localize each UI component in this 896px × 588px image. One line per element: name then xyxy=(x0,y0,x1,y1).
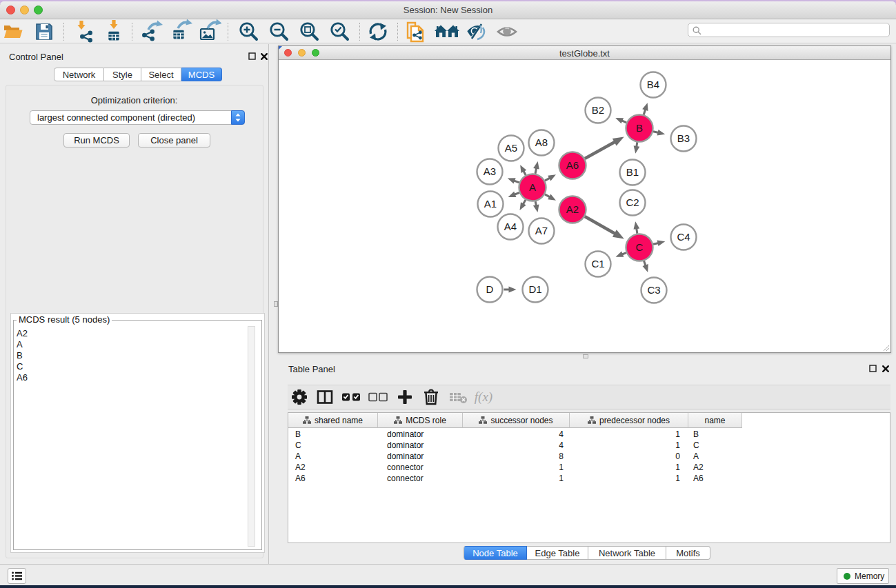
column-header-MCDS-role[interactable]: MCDS role xyxy=(378,413,463,428)
column-header-successor-nodes[interactable]: successor nodes xyxy=(463,413,570,428)
graph-node-B4[interactable]: B4 xyxy=(641,72,666,98)
table-row-A[interactable]: Adominator80A xyxy=(288,451,890,462)
graph-edge-arrow xyxy=(657,241,666,247)
table-toolbar: f(x) xyxy=(288,385,890,409)
graph-node-D[interactable]: D xyxy=(477,277,503,303)
mcds-result-list[interactable]: A2ABCA6 xyxy=(17,328,28,383)
tab-node-table[interactable]: Node Table xyxy=(464,546,527,560)
table-row-A2[interactable]: A2connector11A2 xyxy=(288,462,890,473)
graph-node-C1[interactable]: C1 xyxy=(586,252,611,277)
table-cell: connector xyxy=(387,462,424,473)
import-network-button[interactable] xyxy=(70,22,97,41)
table-panel-close-icon[interactable] xyxy=(882,365,890,373)
graph-node-C[interactable]: C xyxy=(626,234,653,261)
import-table-button[interactable] xyxy=(101,22,127,41)
panel-list-button[interactable] xyxy=(8,568,26,584)
zoom-fit-button[interactable] xyxy=(297,22,323,41)
home-button[interactable] xyxy=(434,22,460,41)
graph-node-A2[interactable]: A2 xyxy=(559,196,586,223)
network-window: testGlobe.txt B4B2BB3A5A8A6A3B1AA1C2A2A4… xyxy=(278,45,891,353)
graph-edge-A2-C[interactable] xyxy=(585,216,615,234)
table-cell: B xyxy=(295,429,301,440)
gear-button[interactable] xyxy=(288,387,311,407)
application-window: Session: New Session Control Panel Netwo… xyxy=(0,1,896,585)
graph-node-A3[interactable]: A3 xyxy=(477,159,503,185)
graph-node-A8[interactable]: A8 xyxy=(529,130,555,156)
tab-motifs[interactable]: Motifs xyxy=(666,546,710,560)
zoom-selected-button[interactable] xyxy=(327,22,353,41)
export-table-button[interactable] xyxy=(167,22,193,41)
mcds-result-item[interactable]: A xyxy=(17,339,28,350)
run-mcds-button[interactable]: Run MCDS xyxy=(63,133,130,148)
save-button[interactable] xyxy=(31,22,57,41)
toolbar-separator xyxy=(63,23,64,41)
network-graph[interactable]: B4B2BB3A5A8A6A3B1AA1C2A2A4A7C4CC1C3DD1 xyxy=(279,61,890,353)
graph-node-A1[interactable]: A1 xyxy=(478,192,504,217)
graph-edge-A6-B[interactable] xyxy=(585,141,615,159)
refresh-button[interactable] xyxy=(365,22,391,41)
graph-node-C3[interactable]: C3 xyxy=(641,278,667,303)
control-panel-title: Control Panel xyxy=(9,52,63,62)
graph-node-B1[interactable]: B1 xyxy=(620,160,646,185)
hide-selected-button[interactable] xyxy=(464,22,490,41)
mcds-result-item[interactable]: C xyxy=(17,361,28,372)
mcds-result-item[interactable]: A2 xyxy=(17,328,28,339)
graph-node-A[interactable]: A xyxy=(519,174,546,201)
network-window-resize-grip[interactable] xyxy=(882,344,890,352)
zoom-out-button[interactable] xyxy=(266,22,292,41)
tab-mcds[interactable]: MCDS xyxy=(181,68,222,81)
graph-node-A6[interactable]: A6 xyxy=(559,152,586,179)
table-row-A6[interactable]: A6connector11A6 xyxy=(288,473,890,484)
column-header-shared-name[interactable]: shared name xyxy=(288,413,378,428)
graph-node-C4[interactable]: C4 xyxy=(671,225,697,250)
graph-node-B2[interactable]: B2 xyxy=(586,98,611,123)
graph-node-A4[interactable]: A4 xyxy=(498,214,524,240)
control-panel-float-icon[interactable] xyxy=(248,52,256,60)
deselect-all-checkboxes-button[interactable] xyxy=(367,387,390,407)
column-header-name[interactable]: name xyxy=(688,413,742,428)
graph-node-D1[interactable]: D1 xyxy=(523,277,548,303)
graph-node-B[interactable]: B xyxy=(626,115,653,142)
mcds-list-scrollbar[interactable] xyxy=(248,326,255,547)
add-row-button[interactable] xyxy=(393,387,417,407)
memory-button[interactable]: Memory xyxy=(837,568,889,584)
delete-table-button[interactable] xyxy=(446,387,469,407)
table-row-C[interactable]: Cdominator41C xyxy=(288,440,890,451)
table-cell: dominator xyxy=(387,429,424,440)
mcds-result-item[interactable]: B xyxy=(17,350,28,361)
export-image-button[interactable] xyxy=(196,22,222,41)
graph-node-B3[interactable]: B3 xyxy=(671,126,697,152)
table-row-B[interactable]: Bdominator41B xyxy=(288,429,890,440)
open-folder-button[interactable] xyxy=(1,22,27,41)
tab-style[interactable]: Style xyxy=(104,68,141,81)
show-all-button[interactable] xyxy=(494,22,520,41)
select-all-checkboxes-button[interactable] xyxy=(340,387,364,407)
graph-node-label: A2 xyxy=(566,203,579,215)
mcds-result-box: MCDS result (5 nodes) A2ABCA6 xyxy=(10,313,265,553)
network-window-focus-corner xyxy=(279,46,282,50)
tab-network[interactable]: Network xyxy=(54,68,104,81)
function-builder-button[interactable]: f(x) xyxy=(472,387,495,407)
close-panel-button[interactable]: Close panel xyxy=(138,133,210,148)
memory-button-label: Memory xyxy=(855,571,884,581)
zoom-in-button[interactable] xyxy=(236,22,262,41)
optimization-criterion-select[interactable]: largest connected component (directed) xyxy=(30,110,245,125)
mcds-result-item[interactable]: A6 xyxy=(17,372,28,383)
delete-row-button[interactable] xyxy=(419,387,443,407)
table-cell: C xyxy=(295,440,301,451)
tab-network-table[interactable]: Network Table xyxy=(588,546,666,560)
graph-node-A5[interactable]: A5 xyxy=(499,136,524,161)
tab-edge-table[interactable]: Edge Table xyxy=(527,546,588,560)
search-input[interactable] xyxy=(704,24,886,36)
graph-node-C2[interactable]: C2 xyxy=(620,190,646,216)
columns-button[interactable] xyxy=(313,387,337,407)
export-network-button[interactable] xyxy=(138,22,164,41)
graph-edge-arrow xyxy=(519,202,526,210)
graph-node-A7[interactable]: A7 xyxy=(529,219,555,244)
tab-select[interactable]: Select xyxy=(141,68,181,81)
column-header-predecessor-nodes[interactable]: predecessor nodes xyxy=(570,413,688,428)
table-cell: 4 xyxy=(463,429,564,440)
clone-network-button[interactable] xyxy=(404,22,430,41)
control-panel-close-icon[interactable] xyxy=(260,52,268,61)
table-panel-float-icon[interactable] xyxy=(869,365,877,372)
